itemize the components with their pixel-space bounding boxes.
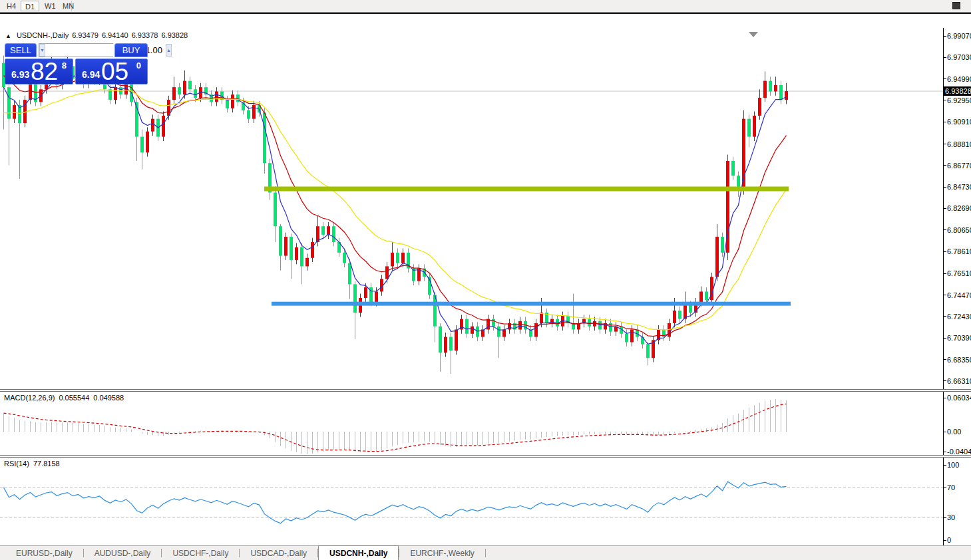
rsi-axis-label: 30 [947,513,971,521]
macd-axis-label: 0.00 [947,428,971,436]
price-axis-tick [943,359,946,360]
price-axis-tick [943,316,946,317]
macd-main-value: 0.055544 [59,394,89,402]
volume-stepper: ▼ ▲ [39,43,113,57]
buy-price-pip: 0 [136,61,141,70]
main-macd-splitter[interactable] [0,389,971,392]
sell-price-main: 82 [31,58,58,86]
ohlc-header: ▲USDCNH-,Daily6.934796.941406.933786.938… [5,31,191,39]
rsi-axis-tick [943,540,946,541]
chart-tab-usdcad[interactable]: USDCAD-,Daily [240,546,317,560]
price-axis-tick [943,380,946,381]
rsi-axis-label: 0 [947,536,971,544]
sell-price-prefix: 6.93 [11,69,29,80]
buy-price-main: 05 [101,58,128,86]
macd-axis-tick [943,398,946,398]
price-axis-label: 6.66310 [947,377,971,385]
chart-tab-usdcnh[interactable]: USDCNH-,Daily [318,545,399,560]
price-axis-tick [943,273,946,274]
price-axis-tick [943,295,946,295]
one-click-trade-panel: SELL ▼ ▲ BUY 6.93 82 8 6.94 05 0 [5,43,148,84]
rsi-axis-tick [943,488,946,488]
price-axis-tick [943,208,946,209]
ohlc-low: 6.93378 [132,31,158,39]
macd-rsi-splitter[interactable] [0,455,971,458]
macd-signal-value: 0.049588 [93,394,124,402]
rsi-name: RSI(14) [4,460,29,468]
ohlc-open: 6.93479 [72,31,98,39]
sell-price-pip: 8 [62,61,67,70]
price-axis-label: 6.82690 [947,204,971,212]
price-axis-tick [943,251,946,252]
price-axis-label: 6.90910 [947,118,971,126]
rsi-indicator-label: RSI(14)77.8158 [4,460,64,468]
price-axis-label: 6.94990 [947,75,971,83]
ohlc-high: 6.94140 [102,31,128,39]
price-axis-label: 6.74470 [947,291,971,299]
price-axis-tick [943,338,946,339]
current-price-tag: 6.93828 [944,86,971,96]
price-axis-tick [943,57,946,58]
price-axis-label: 6.80650 [947,226,971,234]
toolbar-timeframe-d1[interactable]: D1 [21,1,39,11]
price-axis-label: 6.99070 [947,32,971,40]
macd-axis-tick [943,452,946,452]
price-axis-label: 6.76510 [947,269,971,277]
price-axis-label: 6.68350 [947,356,971,364]
chart-tab-usdchf[interactable]: USDCHF-,Daily [162,546,239,560]
trade-panel-collapse-icon[interactable]: ▲ [5,33,11,39]
toolbar-timeframe-w1[interactable]: W1 [41,1,60,11]
price-axis-label: 6.84730 [947,183,971,191]
chart-symbol-period: USDCNH-,Daily [17,31,69,39]
rsi-axis-label: 70 [947,484,971,491]
macd-axis-tick [943,432,946,432]
price-axis-label: 6.72430 [947,313,971,321]
buy-price-button[interactable]: 6.94 05 0 [75,59,148,84]
price-axis-tick [943,100,946,100]
macd-axis-label: 0.060342 [947,394,971,402]
chart-canvas [0,14,971,560]
toolbar-timeframe-mn[interactable]: MN [59,1,78,11]
price-axis-tick [943,36,946,37]
price-axis-label: 6.92950 [947,96,971,104]
macd-axis-label: -0.040415 [947,448,971,456]
macd-name: MACD(12,26,9) [4,394,55,402]
chart-tab-audusd[interactable]: AUDUSD-,Daily [84,546,162,560]
rsi-axis-label: 100 [947,461,971,469]
chart-tab-eurusd[interactable]: EURUSD-,Daily [5,546,83,560]
buy-price-prefix: 6.94 [82,69,100,80]
ohlc-close: 6.93828 [161,31,188,39]
macd-indicator-label: MACD(12,26,9)0.0555440.049588 [4,394,128,402]
chart-shift-marker-layer [749,32,758,37]
rsi-axis-tick [943,465,946,466]
rsi-value: 77.8158 [33,460,60,468]
volume-decrease-icon[interactable]: ▼ [39,44,45,57]
price-axis-tick [943,144,946,144]
price-pane-layer [0,53,943,374]
sell-button[interactable]: SELL [5,43,37,57]
timeframe-toolbar: H4D1W1MN [0,0,971,13]
toolbar-corner-icon[interactable] [952,2,960,9]
price-axis-tick [943,122,946,122]
price-axis-label: 6.97030 [947,53,971,61]
price-axis-tick [943,165,946,166]
rsi-pane-layer [0,482,943,523]
toolbar-timeframe-h4[interactable]: H4 [3,1,20,11]
price-axis-tick [943,187,946,188]
buy-button[interactable]: BUY [114,43,148,57]
mt4-window: H4D1W1MN ▲USDCNH-,Daily6.934796.941406.9… [0,0,971,560]
chart-tab-eurchf[interactable]: EURCHF-,Weekly [399,546,485,560]
tab-separator [485,549,486,557]
price-axis-label: 6.70390 [947,334,971,342]
price-axis-label: 6.78610 [947,247,971,255]
price-axis-tick [943,229,946,230]
price-axis-tick [943,78,946,79]
macd-pane-layer [4,399,787,454]
sell-price-button[interactable]: 6.93 82 8 [5,59,73,84]
price-axis-label: 6.86770 [947,162,971,170]
tab-bar-pad [0,546,5,560]
rsi-axis-tick [943,517,946,518]
volume-increase-icon[interactable]: ▲ [166,44,172,57]
chart-window: ▲USDCNH-,Daily6.934796.941406.933786.938… [0,13,971,560]
chart-tab-bar: EURUSD-,DailyAUDUSD-,DailyUSDCHF-,DailyU… [0,545,971,560]
